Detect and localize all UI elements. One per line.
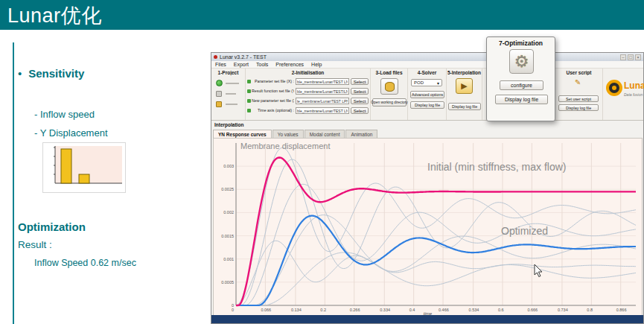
group-label-load-files: 3-Load files: [371, 70, 407, 75]
select-parameter-button[interactable]: Select: [351, 78, 369, 85]
tab-yo-values[interactable]: Yo values: [272, 130, 304, 138]
database-icon: [385, 82, 395, 92]
x-tick-label: 0.4: [409, 308, 415, 312]
menu-files[interactable]: Files: [215, 62, 226, 67]
lunar-app-window: Lunar v3.2.7 - TEST – □ × Files Export T…: [211, 52, 644, 324]
sensitivity-heading: •Sensitivity: [18, 67, 84, 80]
toolbar-group-solver: 4-Solver POD▾ Advanced options Display l…: [408, 69, 447, 120]
bullet-y-displacement: - Y Displacement: [34, 127, 108, 139]
parameter-file-label: Parameter set file (X) :: [252, 79, 294, 83]
select-result-button[interactable]: Select: [351, 88, 369, 95]
init-row-time-axis: Time axis (optional) : Select: [247, 107, 369, 115]
optimization-heading: Optimization: [18, 220, 86, 233]
status-bar: [211, 315, 643, 323]
x-tick-label: 0.534: [469, 308, 479, 312]
init-row-result: Result function set file (Y) : Select: [247, 88, 369, 95]
configure-button[interactable]: configure: [500, 80, 543, 90]
y-tick-label: 0.001: [214, 257, 234, 261]
pencil-icon[interactable]: ✎: [575, 78, 585, 87]
tab-bar: YN Response curves Yo values Modal conte…: [213, 128, 377, 138]
toolbar-group-load-files: 3-Load files Open working directory: [371, 69, 408, 120]
load-files-icon[interactable]: [380, 78, 398, 95]
bullet-icon: •: [18, 67, 22, 80]
y-tick-label: 0.003: [214, 164, 234, 168]
menu-help[interactable]: Help: [311, 62, 322, 67]
new-project-icon[interactable]: [216, 80, 223, 86]
solver-display-log-button[interactable]: Display log file: [410, 101, 444, 109]
x-tick-label: 0.8: [587, 308, 593, 312]
sensitivity-mini-chart: [42, 142, 126, 193]
close-button[interactable]: ×: [635, 54, 641, 60]
lunar-logo-icon: [606, 80, 622, 96]
group-label-initialisation: 2-Initialisation: [246, 70, 370, 75]
header-bar: Lunar优化: [0, 0, 644, 30]
result-file-input[interactable]: [296, 88, 349, 95]
x-tick-label: 0.466: [439, 308, 449, 312]
app-icon: [214, 55, 217, 59]
refresh-icon[interactable]: [247, 99, 251, 103]
init-row-parameter: Parameter set file (X) : Select: [247, 78, 369, 86]
group-label-project: 1-Project: [211, 70, 245, 75]
panel-title: Interpolation: [214, 122, 243, 127]
tab-yn-response-curves[interactable]: YN Response curves: [213, 130, 272, 138]
toolbar-group-initialisation: 2-Initialisation Parameter set file (X) …: [246, 69, 371, 120]
user-script-display-log-button[interactable]: Display log file: [558, 104, 599, 111]
time-axis-input[interactable]: [296, 107, 349, 114]
menu-export[interactable]: Export: [234, 62, 249, 67]
open-project-icon[interactable]: [216, 91, 222, 97]
y-tick-label: 0.002: [214, 210, 234, 215]
x-tick-label: 0.866: [616, 308, 627, 312]
y-tick-label: 0.0025: [214, 187, 234, 191]
chevron-down-icon: ▾: [437, 80, 439, 86]
lunar-logo-tagline: Data fusion &: [624, 92, 644, 97]
play-icon: ▶: [461, 81, 467, 91]
new-parameter-file-label: New parameter set file (XN) :: [252, 98, 294, 103]
x-tick-label: 0: [232, 308, 234, 312]
tab-animation[interactable]: Animation: [345, 130, 377, 138]
minimize-button[interactable]: –: [620, 54, 626, 60]
refresh-icon[interactable]: [247, 109, 251, 112]
lunar-logo-text: Lunar: [624, 80, 644, 91]
open-working-directory-button[interactable]: Open working directory: [372, 98, 407, 107]
x-tick-label: 0.334: [380, 308, 390, 312]
set-user-script-button[interactable]: Set user script: [558, 95, 599, 102]
optimization-display-log-button[interactable]: Display log file: [495, 95, 548, 104]
toolbar-group-logo: Lunar Data fusion &: [603, 69, 644, 120]
interpolation-display-log-button[interactable]: Display log file: [448, 103, 481, 110]
group-label-interpolation: 5-Interpolation: [447, 70, 482, 75]
optimization-callout-title: 7-Optimization: [487, 39, 555, 47]
window-title: Lunar v3.2.7 - TEST: [220, 54, 267, 60]
mouse-cursor-icon: [534, 264, 543, 278]
refresh-icon[interactable]: [247, 89, 251, 93]
page-title: Lunar优化: [7, 2, 102, 29]
select-time-axis-button[interactable]: Select: [351, 107, 369, 114]
chart-title: Membrane displacement: [240, 142, 330, 150]
tab-modal-content[interactable]: Modal content: [305, 130, 345, 138]
new-parameter-file-input[interactable]: [296, 98, 349, 104]
response-chart[interactable]: Membrane displacement Initial (min stiff…: [213, 138, 643, 317]
optimization-run-button[interactable]: ⚙: [509, 49, 534, 74]
menu-preferences[interactable]: Preferences: [275, 62, 304, 67]
run-interpolation-icon[interactable]: ▶: [456, 78, 473, 94]
x-tick-label: 0.734: [558, 308, 568, 312]
init-row-new-parameter: New parameter set file (XN) : Select: [247, 98, 369, 105]
refresh-icon[interactable]: [247, 80, 251, 83]
x-tick-label: 0.2: [320, 308, 326, 312]
advanced-options-button[interactable]: Advanced options: [410, 91, 444, 98]
solver-dropdown[interactable]: POD▾: [411, 79, 442, 86]
project-row-line: [226, 104, 237, 105]
titlebar[interactable]: Lunar v3.2.7 - TEST – □ ×: [211, 53, 643, 61]
parameter-file-input[interactable]: [296, 78, 349, 85]
bullet-inflow-speed: - Inflow speed: [34, 109, 95, 120]
save-project-icon[interactable]: [216, 101, 222, 107]
y-tick-label: 0.0015: [214, 234, 234, 238]
left-accent-line: [13, 42, 14, 324]
menu-tools[interactable]: Tools: [256, 62, 268, 67]
sensitivity-bars: [43, 143, 125, 192]
annotation-optimized: Optimized: [501, 225, 548, 237]
maximize-button[interactable]: □: [628, 54, 634, 60]
select-new-parameter-button[interactable]: Select: [351, 98, 369, 104]
group-label-user-script: User script: [555, 70, 602, 75]
toolbar-group-interpolation: 5-Interpolation ▶ Display log file: [447, 69, 482, 120]
y-tick-label: 0: [214, 303, 234, 308]
